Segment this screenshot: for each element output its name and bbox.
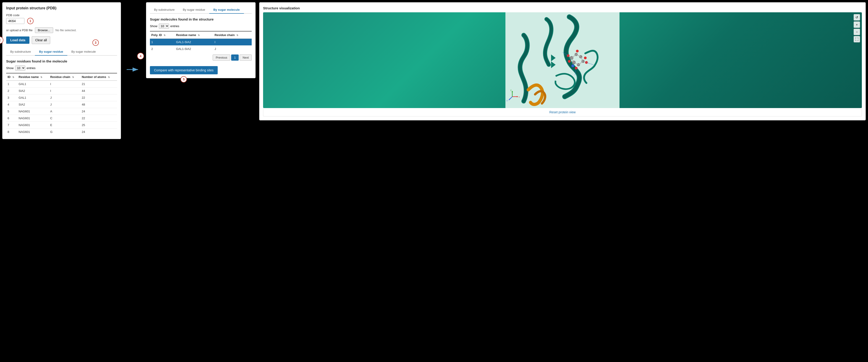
left-table-title: Sugar residues found in the molecule <box>6 59 117 63</box>
pdb-label: PDB code <box>6 13 117 17</box>
entries-select-middle[interactable]: 10 25 50 <box>159 24 169 29</box>
table-row[interactable]: 3GAL1J22 <box>6 94 117 101</box>
step-4-badge: 4 <box>137 53 144 60</box>
upload-label: or upload a PDB file <box>6 29 33 32</box>
residues-table: ID ⇅ Residue name ⇅ Residue chain ⇅ Numb… <box>6 73 117 135</box>
svg-point-14 <box>568 60 571 63</box>
next-button[interactable]: Next <box>240 55 252 61</box>
col-residue-name[interactable]: Residue name ⇅ <box>17 73 49 81</box>
expand-control[interactable]: ⛶ <box>854 36 860 42</box>
arrow-connector <box>121 66 146 73</box>
middle-table-title: Sugar molecules found in the structure <box>150 17 252 21</box>
entries-select-left[interactable]: 10 25 50 <box>15 65 25 71</box>
left-panel-title: Input protein structure (PDB) <box>6 6 117 10</box>
step-2-badge: 2 <box>0 36 3 44</box>
table-row[interactable]: 4SIA2J48 <box>6 101 117 108</box>
zoom-in-control[interactable]: + <box>854 22 860 28</box>
tab-sugar-molecule-left[interactable]: By sugar molecule <box>67 48 100 56</box>
table-row[interactable]: 1GAL1-SIA2I <box>150 39 252 45</box>
col-residue-chain[interactable]: Residue chain ⇅ <box>49 73 80 81</box>
table-row[interactable]: 2SIA2I44 <box>6 88 117 94</box>
no-file-text: No file selected. <box>56 29 77 32</box>
col-residue-name-mid[interactable]: Residue name ⇅ <box>175 31 213 39</box>
col-poly-id[interactable]: Poly. ID ⇅ <box>150 31 175 39</box>
svg-text:z: z <box>506 99 508 102</box>
svg-point-10 <box>576 50 579 53</box>
right-panel: Structure visualization <box>259 2 866 120</box>
svg-text:y: y <box>510 89 512 91</box>
zoom-out-control[interactable]: − <box>854 29 860 35</box>
step-1-badge: 1 <box>27 18 34 24</box>
viz-title: Structure visualization <box>263 6 862 10</box>
step-3-badge: 3 <box>92 39 99 46</box>
refresh-control[interactable]: ↺ <box>854 14 860 21</box>
table-row[interactable]: 5NAG601A24 <box>6 108 117 115</box>
compare-button[interactable]: Compare with representative binding site… <box>150 66 218 74</box>
viz-controls: ↺ + − ⛶ <box>854 14 860 42</box>
pdb-code-input[interactable] <box>6 18 24 24</box>
previous-button[interactable]: Previous <box>213 55 230 61</box>
browse-button[interactable]: Browse... <box>35 27 53 33</box>
table-row[interactable]: 1GAL1I21 <box>6 81 117 88</box>
load-data-button[interactable]: Load data <box>6 36 29 44</box>
step-5-badge: 5 <box>181 76 187 83</box>
svg-point-11 <box>584 57 587 59</box>
table-row[interactable]: 6NAG601C22 <box>6 115 117 122</box>
clear-all-button[interactable]: Clear all <box>32 36 50 44</box>
left-tabs: By substructure By sugar residue By suga… <box>6 48 117 56</box>
svg-point-15 <box>571 65 574 67</box>
pagination: Previous 1 Next <box>150 55 252 61</box>
molecules-table: Poly. ID ⇅ Residue name ⇅ Residue chain … <box>150 31 252 52</box>
tab-sugar-residue-middle[interactable]: By sugar residue <box>179 6 209 14</box>
entries-label-left: entries <box>27 66 36 70</box>
tab-substructure-middle[interactable]: By substructure <box>150 6 179 14</box>
show-label-middle: Show <box>150 24 157 28</box>
svg-text:x: x <box>519 96 520 98</box>
page-1-button[interactable]: 1 <box>231 55 239 61</box>
table-row[interactable]: 8NAG601G24 <box>6 129 117 135</box>
table-row[interactable]: 2GAL1-SIA2J <box>150 45 252 53</box>
tab-substructure-left[interactable]: By substructure <box>6 48 35 56</box>
middle-tabs: By substructure By sugar residue By suga… <box>150 6 252 14</box>
col-id[interactable]: ID ⇅ <box>6 73 17 81</box>
col-residue-chain-mid[interactable]: Residue chain ⇅ <box>213 31 252 39</box>
structure-visualization: x y z ↺ + − ⛶ <box>263 12 862 108</box>
table-row[interactable]: 7NAG601E25 <box>6 122 117 129</box>
tab-sugar-molecule-middle[interactable]: By sugar molecule <box>209 6 244 14</box>
col-atoms[interactable]: Number of atoms ⇅ <box>80 73 117 81</box>
tab-sugar-residue-left[interactable]: By sugar residue <box>35 48 67 56</box>
reset-view-button[interactable]: Reset protein view <box>263 108 862 117</box>
entries-label-middle: entries <box>170 24 179 28</box>
show-label-left: Show <box>6 66 14 70</box>
